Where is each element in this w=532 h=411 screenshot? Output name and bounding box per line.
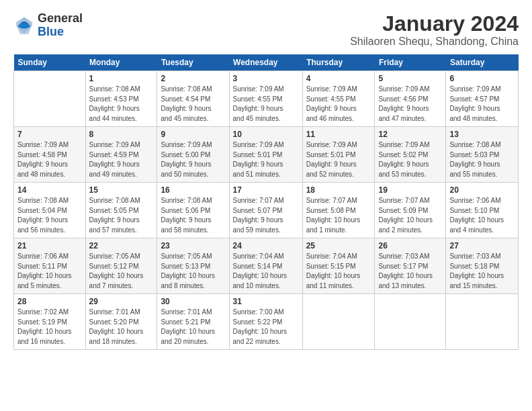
logo-blue: Blue — [38, 26, 83, 39]
day-info: Sunrise: 7:09 AMSunset: 5:01 PMDaylight:… — [233, 140, 299, 179]
day-number: 7 — [17, 130, 82, 139]
day-cell: 1Sunrise: 7:08 AMSunset: 4:53 PMDaylight… — [85, 71, 157, 127]
day-number: 26 — [378, 241, 442, 250]
day-number: 6 — [449, 74, 515, 83]
day-header: Monday — [85, 54, 157, 71]
day-number: 21 — [17, 241, 82, 250]
day-number: 25 — [306, 241, 371, 250]
day-number: 9 — [161, 130, 225, 139]
day-cell — [14, 71, 86, 127]
day-header: Sunday — [14, 54, 86, 71]
day-number: 5 — [378, 74, 442, 83]
day-info: Sunrise: 7:03 AMSunset: 5:17 PMDaylight:… — [378, 252, 442, 291]
day-info: Sunrise: 7:00 AMSunset: 5:22 PMDaylight:… — [233, 308, 299, 347]
day-info: Sunrise: 7:04 AMSunset: 5:15 PMDaylight:… — [306, 252, 371, 291]
day-cell: 26Sunrise: 7:03 AMSunset: 5:17 PMDayligh… — [375, 238, 446, 294]
day-number: 18 — [306, 185, 371, 195]
day-cell: 3Sunrise: 7:09 AMSunset: 4:55 PMDaylight… — [229, 71, 302, 127]
day-cell: 20Sunrise: 7:06 AMSunset: 5:10 PMDayligh… — [446, 183, 519, 238]
day-cell: 23Sunrise: 7:05 AMSunset: 5:13 PMDayligh… — [157, 238, 229, 294]
day-cell: 30Sunrise: 7:01 AMSunset: 5:21 PMDayligh… — [157, 294, 229, 350]
day-cell: 2Sunrise: 7:08 AMSunset: 4:54 PMDaylight… — [157, 71, 229, 127]
day-cell: 27Sunrise: 7:03 AMSunset: 5:18 PMDayligh… — [446, 238, 519, 294]
day-cell: 11Sunrise: 7:09 AMSunset: 5:01 PMDayligh… — [302, 127, 375, 183]
title-block: January 2024 Shilaoren Shequ, Shandong, … — [350, 12, 519, 48]
day-cell: 14Sunrise: 7:08 AMSunset: 5:04 PMDayligh… — [14, 183, 86, 238]
header-row: SundayMondayTuesdayWednesdayThursdayFrid… — [14, 54, 519, 71]
day-cell: 25Sunrise: 7:04 AMSunset: 5:15 PMDayligh… — [302, 238, 375, 294]
day-info: Sunrise: 7:09 AMSunset: 4:55 PMDaylight:… — [233, 85, 299, 124]
day-info: Sunrise: 7:08 AMSunset: 5:03 PMDaylight:… — [449, 140, 515, 179]
day-cell: 24Sunrise: 7:04 AMSunset: 5:14 PMDayligh… — [229, 238, 302, 294]
day-info: Sunrise: 7:08 AMSunset: 4:53 PMDaylight:… — [89, 85, 154, 124]
day-cell: 9Sunrise: 7:09 AMSunset: 5:00 PMDaylight… — [157, 127, 229, 183]
day-info: Sunrise: 7:09 AMSunset: 4:58 PMDaylight:… — [17, 140, 82, 179]
day-info: Sunrise: 7:08 AMSunset: 4:54 PMDaylight:… — [161, 85, 225, 124]
day-info: Sunrise: 7:09 AMSunset: 5:02 PMDaylight:… — [378, 140, 442, 179]
day-number: 29 — [89, 297, 154, 306]
day-cell: 15Sunrise: 7:08 AMSunset: 5:05 PMDayligh… — [85, 183, 157, 238]
day-header: Friday — [375, 54, 446, 71]
calendar-table: SundayMondayTuesdayWednesdayThursdayFrid… — [13, 54, 519, 350]
day-info: Sunrise: 7:03 AMSunset: 5:18 PMDaylight:… — [449, 252, 515, 291]
day-info: Sunrise: 7:04 AMSunset: 5:14 PMDaylight:… — [233, 252, 299, 291]
day-info: Sunrise: 7:09 AMSunset: 4:55 PMDaylight:… — [306, 85, 371, 124]
week-row: 14Sunrise: 7:08 AMSunset: 5:04 PMDayligh… — [14, 183, 519, 238]
day-cell: 13Sunrise: 7:08 AMSunset: 5:03 PMDayligh… — [446, 127, 519, 183]
day-info: Sunrise: 7:07 AMSunset: 5:08 PMDaylight:… — [306, 196, 371, 235]
day-number: 15 — [89, 185, 154, 195]
day-number: 27 — [449, 241, 515, 250]
logo-general: General — [38, 12, 83, 26]
day-info: Sunrise: 7:07 AMSunset: 5:09 PMDaylight:… — [378, 196, 442, 235]
day-cell: 5Sunrise: 7:09 AMSunset: 4:56 PMDaylight… — [375, 71, 446, 127]
day-cell: 29Sunrise: 7:01 AMSunset: 5:20 PMDayligh… — [85, 294, 157, 350]
day-number: 13 — [449, 130, 515, 139]
day-header: Thursday — [302, 54, 375, 71]
day-cell: 31Sunrise: 7:00 AMSunset: 5:22 PMDayligh… — [229, 294, 302, 350]
day-header: Tuesday — [157, 54, 229, 71]
day-number: 28 — [17, 297, 82, 306]
day-cell: 6Sunrise: 7:09 AMSunset: 4:57 PMDaylight… — [446, 71, 519, 127]
day-cell: 12Sunrise: 7:09 AMSunset: 5:02 PMDayligh… — [375, 127, 446, 183]
page: General Blue January 2024 Shilaoren Sheq… — [0, 0, 532, 411]
day-cell: 16Sunrise: 7:08 AMSunset: 5:06 PMDayligh… — [157, 183, 229, 238]
day-cell: 8Sunrise: 7:09 AMSunset: 4:59 PMDaylight… — [85, 127, 157, 183]
day-number: 3 — [233, 74, 299, 83]
day-number: 31 — [233, 297, 299, 306]
day-cell: 17Sunrise: 7:07 AMSunset: 5:07 PMDayligh… — [229, 183, 302, 238]
day-info: Sunrise: 7:09 AMSunset: 4:59 PMDaylight:… — [89, 140, 154, 179]
day-cell: 22Sunrise: 7:05 AMSunset: 5:12 PMDayligh… — [85, 238, 157, 294]
day-info: Sunrise: 7:01 AMSunset: 5:21 PMDaylight:… — [161, 308, 225, 347]
day-info: Sunrise: 7:08 AMSunset: 5:04 PMDaylight:… — [17, 196, 82, 235]
day-number: 16 — [161, 185, 225, 195]
day-cell — [375, 294, 446, 350]
day-info: Sunrise: 7:08 AMSunset: 5:06 PMDaylight:… — [161, 196, 225, 235]
day-number: 8 — [89, 130, 154, 139]
day-cell: 19Sunrise: 7:07 AMSunset: 5:09 PMDayligh… — [375, 183, 446, 238]
day-cell: 10Sunrise: 7:09 AMSunset: 5:01 PMDayligh… — [229, 127, 302, 183]
day-number: 30 — [161, 297, 225, 306]
day-cell: 21Sunrise: 7:06 AMSunset: 5:11 PMDayligh… — [14, 238, 86, 294]
day-number: 11 — [306, 130, 371, 139]
day-info: Sunrise: 7:09 AMSunset: 4:56 PMDaylight:… — [378, 85, 442, 124]
month-title: January 2024 — [350, 12, 519, 36]
day-header: Wednesday — [229, 54, 302, 71]
day-header: Saturday — [446, 54, 519, 71]
day-number: 14 — [17, 185, 82, 195]
day-number: 23 — [161, 241, 225, 250]
day-info: Sunrise: 7:05 AMSunset: 5:12 PMDaylight:… — [89, 252, 154, 291]
day-info: Sunrise: 7:05 AMSunset: 5:13 PMDaylight:… — [161, 252, 225, 291]
day-info: Sunrise: 7:09 AMSunset: 4:57 PMDaylight:… — [449, 85, 515, 124]
logo-text: General Blue — [38, 12, 83, 39]
week-row: 7Sunrise: 7:09 AMSunset: 4:58 PMDaylight… — [14, 127, 519, 183]
day-cell — [446, 294, 519, 350]
day-cell: 7Sunrise: 7:09 AMSunset: 4:58 PMDaylight… — [14, 127, 86, 183]
day-number: 17 — [233, 185, 299, 195]
location-title: Shilaoren Shequ, Shandong, China — [350, 36, 519, 48]
day-number: 12 — [378, 130, 442, 139]
day-cell: 28Sunrise: 7:02 AMSunset: 5:19 PMDayligh… — [14, 294, 86, 350]
day-number: 24 — [233, 241, 299, 250]
week-row: 28Sunrise: 7:02 AMSunset: 5:19 PMDayligh… — [14, 294, 519, 350]
header: General Blue January 2024 Shilaoren Sheq… — [13, 12, 519, 48]
day-number: 22 — [89, 241, 154, 250]
